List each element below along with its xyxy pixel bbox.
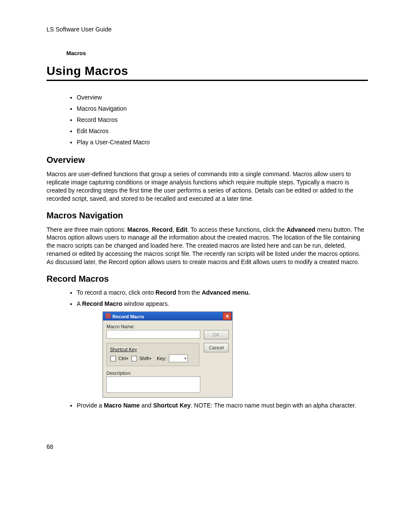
- nav-advanced: Advanced: [286, 226, 315, 233]
- toc-item[interactable]: Edit Macros: [77, 128, 368, 134]
- section-heading-record: Record Macros: [47, 274, 368, 284]
- toc-item[interactable]: Record Macros: [77, 116, 368, 123]
- toc-item[interactable]: Overview: [77, 94, 368, 101]
- close-button[interactable]: ✕: [223, 312, 231, 320]
- step-bold: Shortcut Key: [153, 402, 190, 409]
- dialog-title: Record Macro: [112, 314, 144, 319]
- title-rule: [47, 80, 368, 81]
- key-select[interactable]: [169, 355, 188, 362]
- macro-name-label: Macro Name:: [106, 324, 199, 329]
- shortcut-key-legend: Shortcut Key: [109, 347, 138, 352]
- record-macro-dialog: Record Macro ✕ Macro Name: Shortcut Key: [103, 311, 233, 398]
- shift-label: Shift+: [140, 356, 152, 361]
- page-title: Using Macros: [47, 64, 368, 78]
- step-text: Provide a: [77, 402, 104, 409]
- overview-body: Macros are user-defined functions that g…: [47, 170, 368, 203]
- record-steps: To record a macro, click onto Record fro…: [47, 289, 368, 409]
- step-bold: Advanced menu.: [202, 289, 250, 296]
- toc-list: Overview Macros Navigation Record Macros…: [47, 94, 368, 146]
- toc-item[interactable]: Macros Navigation: [77, 105, 368, 112]
- ctrl-checkbox[interactable]: [110, 356, 116, 361]
- key-label: Key:: [157, 356, 166, 361]
- doc-header: LS Software User Guide: [47, 26, 368, 33]
- toc-item[interactable]: Play a User-Created Macro: [77, 139, 368, 146]
- ctrl-label: Ctrl+: [118, 356, 129, 361]
- list-item: Provide a Macro Name and Shortcut Key. N…: [77, 402, 368, 409]
- navigation-body: There are three main options: Macros, Re…: [47, 226, 368, 266]
- shift-checkbox[interactable]: [131, 356, 137, 361]
- nav-opt-record: Record: [152, 226, 172, 233]
- page-number: 68: [47, 443, 368, 450]
- macro-name-field[interactable]: [106, 330, 200, 339]
- step-bold: Macro Name: [104, 402, 140, 409]
- section-heading-overview: Overview: [47, 155, 368, 165]
- step-text: To record a macro, click onto: [77, 289, 156, 296]
- shortcut-key-group: Shortcut Key Ctrl+ Shift+ Key:: [106, 343, 199, 366]
- breadcrumb: Macros: [66, 50, 368, 56]
- description-field[interactable]: [106, 376, 200, 393]
- step-text: and: [140, 402, 153, 409]
- list-item: A Record Macro window appears. Record Ma…: [77, 300, 368, 398]
- step-text: A: [77, 300, 82, 307]
- section-heading-navigation: Macros Navigation: [47, 211, 368, 221]
- nav-opt-edit: Edit: [176, 226, 187, 233]
- step-bold: Record Macro: [82, 300, 122, 307]
- step-text: window appears.: [122, 300, 169, 307]
- nav-text: There are three main options:: [47, 226, 128, 233]
- cancel-button[interactable]: Cancel: [204, 343, 229, 352]
- description-label: Description:: [106, 370, 199, 376]
- step-text: . NOTE: The macro name must begin with a…: [191, 402, 356, 409]
- dialog-titlebar: Record Macro ✕: [103, 312, 232, 320]
- dialog-sys-icon: [106, 313, 111, 318]
- ok-button[interactable]: OK: [204, 330, 229, 339]
- nav-text: . To access these functions, click the: [187, 226, 286, 233]
- step-text: from the: [176, 289, 202, 296]
- list-item: To record a macro, click onto Record fro…: [77, 289, 368, 296]
- close-icon: ✕: [225, 314, 229, 319]
- step-bold: Record: [156, 289, 176, 296]
- nav-opt-macros: Macros: [128, 226, 149, 233]
